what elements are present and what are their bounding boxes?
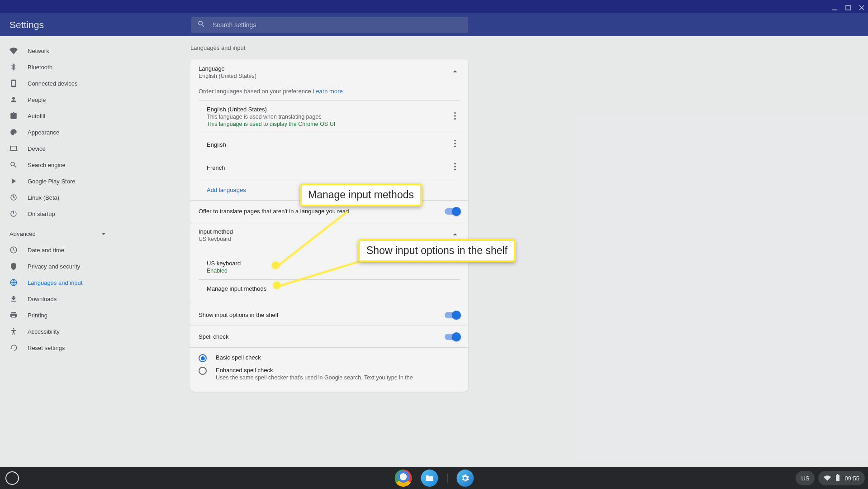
sidebar-item-linux[interactable]: Linux (Beta) [0,189,115,206]
show-shelf-setting-row: Show input options in the shelf [190,304,468,326]
minimize-icon[interactable] [832,4,837,10]
callout-show-shelf: Show input options in the shelf [358,239,516,262]
callout-manage-input: Manage input methods [300,183,422,206]
search-input[interactable] [213,21,462,29]
sidebar-item-label: Accessibility [28,328,60,335]
sidebar-item-date-time[interactable]: Date and time [0,242,115,258]
language-name: French [207,164,225,171]
more-icon[interactable] [450,162,460,173]
basic-spell-row[interactable]: Basic spell check [199,354,460,362]
sidebar-item-autofill[interactable]: Autofill [0,108,115,124]
files-app-icon[interactable] [421,470,438,487]
sidebar-item-startup[interactable]: On startup [0,206,115,222]
svg-point-7 [454,115,456,117]
sidebar-item-label: Linux (Beta) [28,194,59,201]
chevron-up-icon [450,67,460,78]
input-method-title: Input method [199,228,233,235]
app-header: Settings [0,13,868,36]
settings-app-icon[interactable] [456,470,474,487]
sidebar-item-reset[interactable]: Reset settings [0,340,115,356]
language-header[interactable]: Language English (United States) [190,59,468,85]
sidebar-item-printing[interactable]: Printing [0,307,115,323]
shield-icon [9,262,18,270]
play-icon [9,177,18,185]
sidebar-item-label: Printing [28,312,47,319]
palette-icon [9,128,18,136]
language-subtitle: English (United States) [199,73,256,79]
sidebar-item-device[interactable]: Device [0,140,115,157]
sidebar-item-label: Downloads [28,296,57,302]
search-container [191,17,468,33]
sidebar-item-bluetooth[interactable]: Bluetooth [0,59,115,75]
sidebar-item-label: On startup [28,211,55,217]
sidebar-item-play-store[interactable]: Google Play Store [0,173,115,189]
radio-checked-icon[interactable] [199,354,207,362]
svg-rect-0 [832,10,837,10]
svg-rect-15 [836,475,840,481]
sidebar: Network Bluetooth Connected devices Peop… [0,36,115,467]
ime-indicator[interactable]: US [796,471,815,485]
add-languages-link[interactable]: Add languages [207,187,246,193]
download-icon [9,295,18,303]
sidebar-item-search-engine[interactable]: Search engine [0,157,115,173]
section-title: Languages and input [190,44,468,51]
spell-check-label: Spell check [199,333,228,340]
clock-text: 09:55 [844,475,859,482]
sidebar-item-label: Google Play Store [28,178,76,185]
language-sub-os: This language is used to display the Chr… [207,121,335,127]
sidebar-item-label: Languages and input [28,279,82,286]
manage-input-methods-row[interactable]: Manage input methods [199,279,460,297]
sidebar-item-network[interactable]: Network [0,43,115,59]
power-icon [9,210,18,218]
shelf-tray: US 09:55 [796,471,865,485]
spell-check-options: Basic spell check Enhanced spell check U… [190,347,468,392]
spell-check-toggle[interactable] [445,334,460,340]
app-title: Settings [9,19,44,30]
sidebar-item-connected-devices[interactable]: Connected devices [0,75,115,91]
input-method-subtitle: US keyboard [199,236,233,242]
sidebar-item-appearance[interactable]: Appearance [0,124,115,140]
sidebar-item-accessibility[interactable]: Accessibility [0,323,115,340]
bluetooth-icon [9,63,18,71]
maximize-icon[interactable] [845,4,851,10]
sidebar-advanced-toggle[interactable]: Advanced [0,225,115,242]
sidebar-item-downloads[interactable]: Downloads [0,291,115,307]
enhanced-spell-sub: Uses the same spell checker that's used … [216,374,413,381]
learn-more-link[interactable]: Learn more [313,88,342,95]
sidebar-item-people[interactable]: People [0,91,115,108]
svg-point-10 [454,143,456,144]
svg-rect-1 [846,5,850,10]
show-shelf-label: Show input options in the shelf [199,312,278,318]
clock-icon [9,246,18,254]
more-icon[interactable] [450,111,460,123]
enhanced-spell-row[interactable]: Enhanced spell check Uses the same spell… [199,367,460,381]
svg-point-13 [454,166,456,168]
sidebar-item-label: Date and time [28,247,64,254]
show-shelf-toggle[interactable] [445,312,460,318]
manage-input-methods-label: Manage input methods [207,285,460,292]
close-icon[interactable] [859,4,864,10]
wifi-icon [824,475,831,482]
person-icon [9,96,18,104]
radio-unchecked-icon[interactable] [199,367,207,375]
translate-toggle[interactable] [445,208,460,215]
sidebar-item-label: Device [28,145,46,152]
basic-spell-label: Basic spell check [216,354,261,361]
sidebar-item-languages[interactable]: Languages and input [0,274,115,291]
sidebar-item-privacy[interactable]: Privacy and security [0,258,115,274]
chrome-app-icon[interactable] [394,470,412,487]
status-tray[interactable]: 09:55 [818,471,865,485]
wifi-icon [9,47,18,55]
sidebar-item-label: Appearance [28,129,59,136]
search-icon [9,161,18,169]
language-name: English (United States) [207,106,335,113]
svg-point-9 [454,140,456,142]
search-icon [197,20,213,30]
sidebar-advanced-label: Advanced [9,230,36,237]
svg-point-8 [454,118,456,120]
printer-icon [9,311,18,319]
shelf-apps [394,470,474,487]
launcher-button[interactable] [5,471,19,485]
more-icon[interactable] [450,139,460,150]
sidebar-item-label: Reset settings [28,345,65,351]
